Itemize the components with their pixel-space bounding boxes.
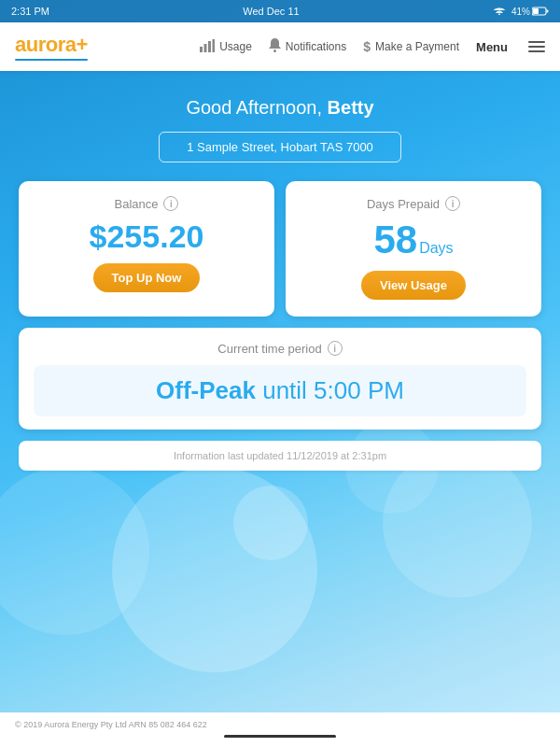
update-info: Information last updated 11/12/2019 at 2… — [19, 441, 541, 471]
navbar: aurora+ Usage Notifications $ Make a Pay… — [0, 22, 560, 71]
svg-rect-5 — [208, 41, 211, 52]
svg-rect-4 — [204, 44, 207, 52]
footer-text: © 2019 Aurora Energy Pty Ltd ARN 85 082 … — [15, 720, 545, 729]
off-peak-container: Off-Peak until 5:00 PM — [34, 365, 526, 416]
svg-rect-2 — [533, 8, 539, 14]
time-period-card: Current time period i Off-Peak until 5:0… — [19, 328, 541, 430]
nav-notifications-label: Notifications — [286, 40, 346, 53]
top-up-button[interactable]: Top Up Now — [93, 263, 201, 292]
time-period-info-icon[interactable]: i — [328, 341, 343, 356]
update-info-text: Information last updated 11/12/2019 at 2… — [174, 450, 386, 461]
status-bar: 2:31 PM Wed Dec 11 41% — [0, 0, 560, 22]
cards-row: Balance i $255.20 Top Up Now Days Prepai… — [19, 181, 541, 317]
status-date: Wed Dec 11 — [243, 6, 299, 17]
logo[interactable]: aurora+ — [15, 33, 88, 61]
days-label: Days — [419, 240, 453, 256]
address-box: 1 Sample Street, Hobart TAS 7000 — [159, 132, 401, 162]
hamburger-menu[interactable] — [528, 41, 545, 52]
view-usage-button[interactable]: View Usage — [361, 271, 466, 300]
time-period-header: Current time period i — [34, 341, 526, 356]
svg-rect-6 — [213, 39, 216, 52]
nav-notifications[interactable]: Notifications — [269, 38, 346, 55]
address-text: 1 Sample Street, Hobart TAS 7000 — [187, 140, 373, 154]
nav-usage[interactable]: Usage — [200, 39, 252, 55]
days-card-header: Days Prepaid i — [301, 196, 526, 211]
balance-amount: $255.20 — [34, 220, 259, 252]
footer-home-indicator — [224, 735, 336, 738]
wifi-icon — [493, 6, 506, 17]
battery-indicator: 41% — [511, 7, 549, 17]
bokeh-decoration — [0, 467, 149, 635]
logo-plus: + — [76, 33, 87, 56]
hamburger-line — [528, 46, 545, 48]
svg-rect-1 — [547, 10, 549, 13]
status-time: 2:31 PM — [11, 6, 49, 17]
balance-info-icon[interactable]: i — [163, 196, 178, 211]
nav-payment-label: Make a Payment — [375, 40, 459, 53]
nav-payment[interactable]: $ Make a Payment — [363, 39, 459, 54]
balance-card: Balance i $255.20 Top Up Now — [19, 181, 274, 317]
menu-label-text: Menu — [476, 40, 508, 54]
dollar-icon: $ — [363, 39, 371, 54]
greeting: Good Afternoon, Betty — [19, 97, 541, 119]
nav-usage-label: Usage — [219, 40, 252, 53]
days-prepaid-card: Days Prepaid i 58Days View Usage — [286, 181, 541, 317]
days-number: 58 — [373, 218, 417, 261]
days-row: 58Days — [301, 220, 526, 260]
footer: © 2019 Aurora Energy Pty Ltd ARN 85 082 … — [0, 712, 560, 747]
bell-icon — [269, 38, 281, 55]
svg-rect-3 — [200, 47, 203, 52]
logo-text: aurora — [15, 33, 76, 56]
greeting-name: Betty — [328, 97, 374, 118]
bokeh-decoration — [112, 467, 317, 672]
nav-items: Usage Notifications $ Make a Payment Men… — [200, 38, 545, 55]
time-period-title: Current time period — [217, 342, 321, 356]
hamburger-line — [528, 50, 545, 52]
balance-card-header: Balance i — [34, 196, 259, 211]
svg-point-7 — [273, 49, 276, 52]
days-prepaid-title: Days Prepaid — [367, 197, 440, 211]
nav-menu-label[interactable]: Menu — [476, 40, 508, 54]
usage-icon — [200, 39, 215, 55]
off-peak-display: Off-Peak until 5:00 PM — [156, 376, 404, 404]
hamburger-line — [528, 41, 545, 43]
days-info-icon[interactable]: i — [445, 196, 460, 211]
main-content: Good Afternoon, Betty 1 Sample Street, H… — [0, 71, 560, 486]
bokeh-decoration — [233, 486, 308, 560]
greeting-prefix: Good Afternoon, — [186, 97, 327, 118]
balance-title: Balance — [115, 197, 159, 211]
